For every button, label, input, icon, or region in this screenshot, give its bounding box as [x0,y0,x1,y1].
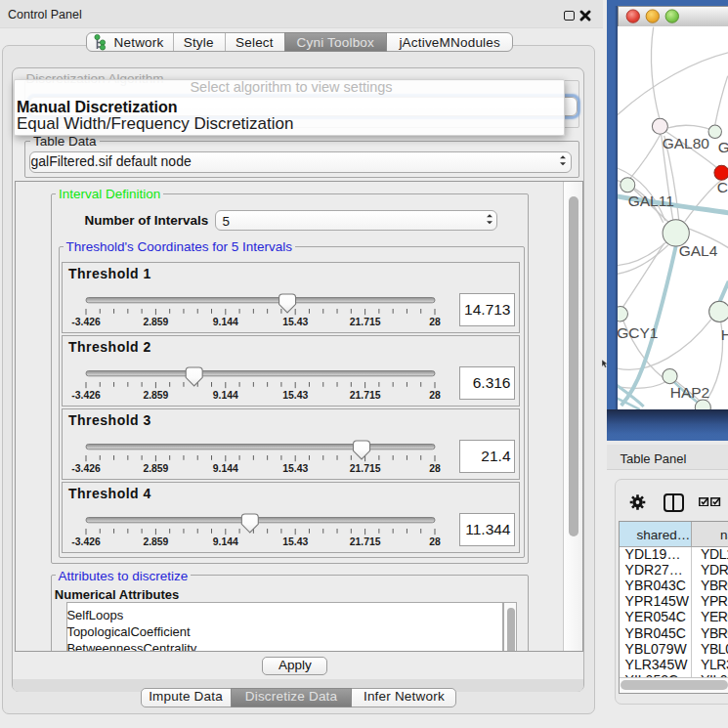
svg-text:9.144: 9.144 [213,389,238,400]
svg-text:28: 28 [429,316,441,326]
svg-text:21.715: 21.715 [350,389,381,400]
svg-text:21.715: 21.715 [350,535,381,546]
svg-text:-3.426: -3.426 [71,316,101,326]
svg-text:2.859: 2.859 [143,535,168,546]
svg-text:15.43: 15.43 [282,389,308,400]
svg-text:-3.426: -3.426 [71,462,101,473]
svg-text:21.715: 21.715 [350,316,381,326]
svg-text:GAL80: GAL80 [662,135,709,151]
svg-text:H: H [720,326,728,343]
svg-text:-3.426: -3.426 [71,535,101,546]
svg-text:GAL11: GAL11 [627,193,673,209]
svg-text:9.144: 9.144 [213,316,238,326]
svg-text:HAP2: HAP2 [669,384,709,401]
svg-text:15.43: 15.43 [282,535,308,546]
svg-text:CD: CD [716,179,728,195]
svg-text:15.43: 15.43 [282,462,308,473]
svg-text:2.859: 2.859 [143,462,168,473]
svg-text:2.859: 2.859 [143,389,168,400]
svg-text:-3.426: -3.426 [71,389,101,400]
svg-text:21.715: 21.715 [350,462,381,473]
svg-text:GA: GA [717,139,728,155]
svg-text:9.144: 9.144 [213,535,238,546]
svg-text:28: 28 [429,535,441,546]
svg-text:2.859: 2.859 [143,316,168,326]
svg-text:GAL4: GAL4 [678,242,717,259]
svg-text:9.144: 9.144 [213,462,238,473]
svg-text:28: 28 [429,462,441,473]
svg-text:GCY1: GCY1 [618,324,658,341]
svg-text:15.43: 15.43 [282,316,308,326]
svg-text:28: 28 [429,389,441,400]
